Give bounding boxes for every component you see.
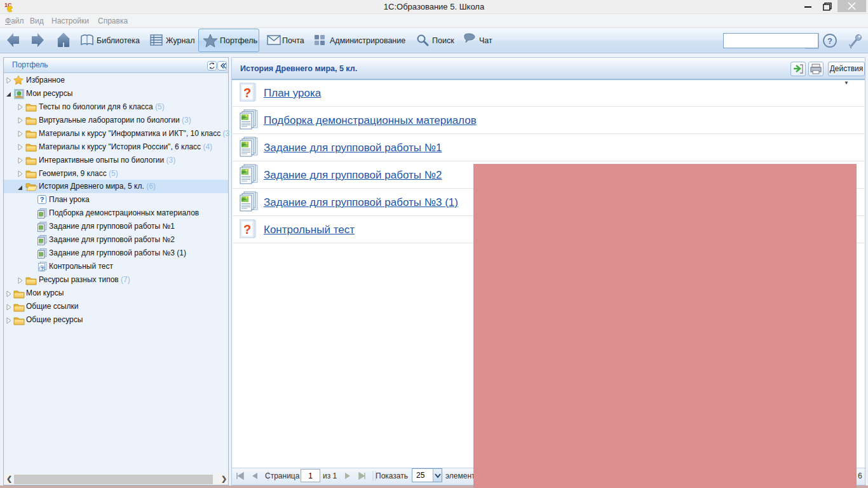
- svg-text:?: ?: [40, 196, 44, 203]
- svg-text:?: ?: [827, 36, 832, 46]
